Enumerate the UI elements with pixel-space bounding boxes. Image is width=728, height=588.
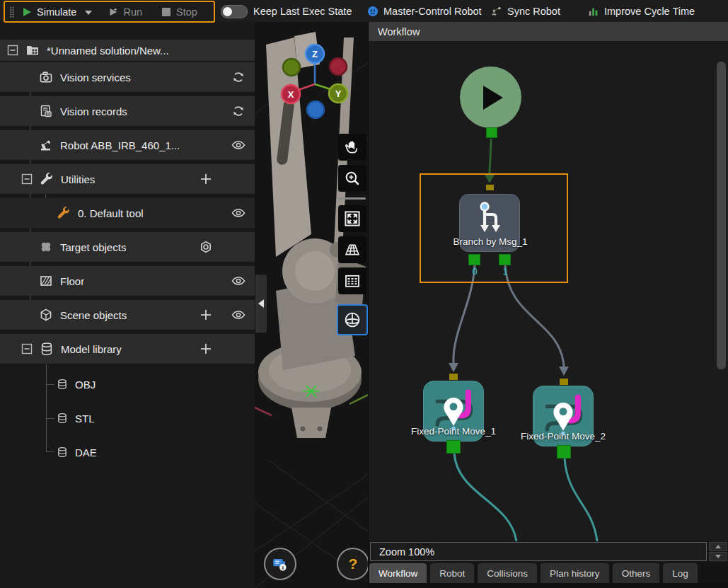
zoom-level-field[interactable]: Zoom 100% [370,542,707,561]
run-button[interactable]: Run [108,6,142,18]
ground-grid-button[interactable] [338,236,366,263]
collapse-minus-icon[interactable] [7,45,18,56]
simulate-button[interactable]: Simulate [21,6,76,18]
move1-output-port[interactable] [446,440,461,454]
collapse-minus-icon[interactable] [21,173,33,185]
workflow-canvas[interactable]: Branch by Msg_1 0 1 Fixed-Point Move_1 [369,41,728,541]
simulate-dropdown-caret[interactable] [85,11,92,15]
pan-tool-button[interactable] [338,134,366,161]
stop-icon [161,6,172,18]
eye-icon[interactable] [231,138,245,152]
gizmo-neg-y-ball [330,58,347,75]
play-icon [21,6,33,18]
start-output-port[interactable] [486,127,497,138]
sidebar-item-floor[interactable]: Floor [0,266,255,296]
sidebar-item-robot[interactable]: Robot ABB_IRB_460_1... [0,130,255,160]
branch-output-port-1[interactable] [499,254,511,265]
svg-text:i: i [282,565,284,571]
zoom-increase-button[interactable] [709,542,727,551]
magnifier-plus-icon [344,170,361,187]
branch-input-port[interactable] [486,185,494,190]
list-panel-button[interactable] [338,267,366,294]
workflow-zoom-bar: Zoom 100% [369,541,728,563]
tool-wrench-icon [57,206,71,220]
workflow-panel: Workflow [374,22,728,588]
sidebar-item-vision-services[interactable]: Vision services [0,62,255,92]
gizmo-x-label: X [288,89,294,100]
move2-input-port[interactable] [560,379,568,385]
3d-viewport[interactable]: Z X Y [255,22,368,588]
move2-output-port[interactable] [557,445,571,459]
agv-info-button[interactable]: i [264,548,296,580]
camera-icon [39,70,53,84]
gizmo-neg-x-ball [283,59,300,76]
workflow-start-node[interactable] [460,67,521,128]
branch-icon [472,199,507,236]
main-toolbar: Simulate Run Stop Keep Last Exec State [0,0,728,22]
simulation-control-group: Simulate Run Stop [4,1,215,23]
keep-last-exec-toggle[interactable] [221,5,248,18]
add-icon[interactable] [199,308,213,322]
sidebar-item-solution[interactable]: *Unnamed solution/New... [0,40,255,61]
sidebar-item-scene-objects[interactable]: Scene objects [0,300,255,330]
gizmo-neg-z-ball [307,101,324,118]
drag-grip-icon[interactable] [7,6,18,18]
list-icon [344,272,361,289]
keep-last-exec-label: Keep Last Exec State [253,0,352,22]
panel-bottom-strip [369,583,728,588]
improve-cycle-time-button[interactable]: Improve Cycle Time [588,0,695,22]
sync-robot-button[interactable]: Sync Robot [491,0,560,22]
eye-icon[interactable] [231,308,245,322]
solution-label: *Unnamed solution/New... [47,45,169,57]
solution-folder-icon [25,43,40,57]
fit-view-button[interactable] [338,205,366,232]
add-icon[interactable] [199,172,213,186]
eye-icon[interactable] [231,206,245,220]
database-icon [57,379,68,390]
canvas-vertical-scrollbar[interactable] [717,62,726,369]
run-label: Run [123,6,142,18]
sync-robot-icon [491,6,502,17]
fit-view-icon [344,210,361,227]
tab-plan-history[interactable]: Plan history [541,563,609,583]
tab-workflow[interactable]: Workflow [369,563,427,583]
app-window: Simulate Run Stop Keep Last Exec State [0,0,728,588]
eye-icon[interactable] [231,274,245,288]
branch-output-port-0[interactable] [468,254,480,265]
axis-gizmo[interactable]: Z X Y [260,42,359,134]
agv-truck-icon: i [271,555,289,573]
branch-port-1-label: 1 [499,266,511,277]
sidebar-item-stl[interactable]: STL [0,403,255,433]
sidebar-item-target-objects[interactable]: Target objects [0,232,255,262]
sidebar-item-obj[interactable]: OBJ [0,369,255,399]
down-arrow-icon [715,555,721,558]
zoom-decrease-button[interactable] [709,552,727,561]
tab-others[interactable]: Others [613,563,660,583]
zoom-tool-button[interactable] [338,165,366,192]
vision-records-icon [39,104,53,118]
sidebar-item-model-library[interactable]: Model library [0,334,255,364]
collapse-minus-icon[interactable] [21,343,33,354]
sidebar-item-utilities[interactable]: Utilities [0,164,255,194]
sidebar-item-default-tool[interactable]: 0. Default tool [0,198,255,228]
refresh-icon[interactable] [231,70,245,84]
tab-log[interactable]: Log [663,563,698,583]
tab-robot[interactable]: Robot [430,563,474,583]
add-icon[interactable] [199,342,213,356]
help-button[interactable]: ? [337,548,368,580]
settings-hexagon-icon[interactable] [199,240,213,254]
sidebar-item-dae[interactable]: DAE [0,437,255,467]
collapse-left-icon [258,299,264,308]
database-icon [57,446,68,458]
orbit-view-button[interactable] [337,304,368,335]
viewport-collapse-handle[interactable] [255,275,267,333]
stop-button[interactable]: Stop [161,6,197,18]
target-objects-icon [39,240,53,254]
hand-icon [344,139,361,156]
master-control-robot-button[interactable]: Master-Control Robot [367,0,482,22]
move1-input-port[interactable] [449,374,458,380]
branch-port-0-label: 0 [469,266,480,277]
tab-collisions[interactable]: Collisions [478,563,537,583]
sidebar-item-vision-records[interactable]: Vision records [0,96,255,126]
refresh-icon[interactable] [231,104,245,118]
